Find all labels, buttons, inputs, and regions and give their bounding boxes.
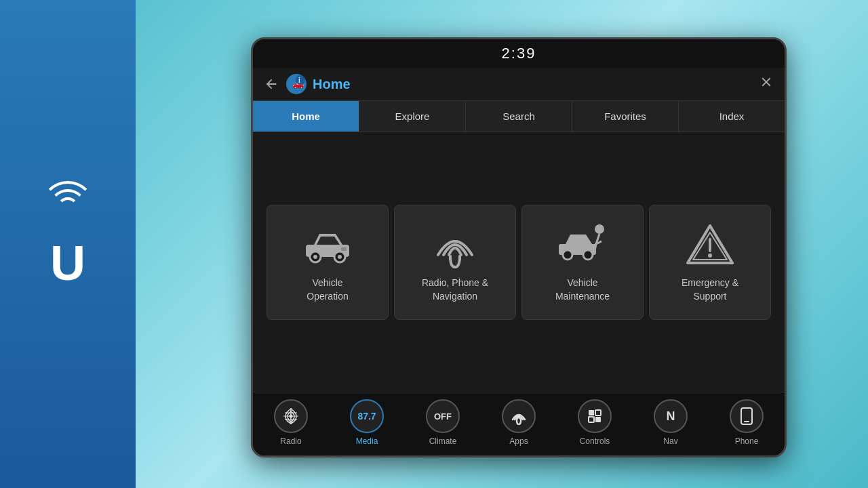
u-letter: U — [50, 239, 85, 287]
svg-point-7 — [313, 255, 317, 259]
uconnect-logo: U — [41, 201, 95, 287]
wifi-signal-icon — [41, 201, 95, 235]
back-button[interactable] — [264, 77, 279, 92]
title-content: 🚗 i Home — [285, 73, 759, 95]
radio-icon — [274, 399, 308, 433]
svg-point-15 — [595, 224, 604, 234]
emergency-support-icon — [683, 221, 737, 268]
feature-grid: VehicleOperation — [267, 205, 771, 320]
nav-label: Nav — [663, 436, 677, 446]
bottom-nav-media[interactable]: 87.7 Media — [350, 399, 384, 446]
bottom-nav-apps[interactable]: Apps — [502, 399, 536, 446]
svg-rect-25 — [589, 410, 594, 415]
left-panel: U — [0, 0, 136, 488]
controls-label: Controls — [580, 436, 610, 446]
tab-home[interactable]: Home — [253, 101, 359, 131]
apps-label: Apps — [509, 436, 528, 446]
svg-point-13 — [563, 250, 572, 260]
bottom-nav-phone[interactable]: Phone — [730, 399, 764, 446]
climate-icon: OFF — [426, 399, 460, 433]
phone-icon — [730, 399, 764, 433]
nav-icon: N — [654, 399, 688, 433]
media-icon: 87.7 — [350, 399, 384, 433]
vehicle-maintenance-icon — [555, 221, 610, 268]
device-frame: 2:39 🚗 i Home Home — [251, 37, 787, 458]
svg-rect-27 — [589, 417, 594, 422]
media-value: 87.7 — [357, 411, 376, 422]
apps-icon — [502, 399, 536, 433]
vehicle-operation-icon — [300, 221, 355, 268]
bottom-nav-nav[interactable]: N Nav — [654, 399, 688, 446]
radio-label: Radio — [280, 436, 301, 446]
svg-rect-28 — [595, 417, 601, 422]
controls-icon — [578, 399, 612, 433]
clock-display: 2:39 — [253, 39, 785, 68]
title-bar: 🚗 i Home — [253, 68, 785, 101]
bottom-nav-radio[interactable]: Radio — [274, 399, 308, 446]
main-content: VehicleOperation — [253, 132, 785, 392]
svg-point-2 — [296, 75, 305, 85]
bottom-nav: Radio 87.7 Media OFF Climate — [253, 392, 785, 455]
close-button[interactable] — [759, 75, 774, 94]
feature-card-vehicle-maintenance[interactable]: VehicleMaintenance — [521, 205, 644, 320]
tab-search[interactable]: Search — [466, 101, 572, 131]
page-title: Home — [313, 77, 351, 92]
svg-text:i: i — [298, 77, 300, 84]
tab-explore[interactable]: Explore — [359, 101, 466, 131]
svg-rect-26 — [595, 410, 601, 415]
svg-rect-9 — [341, 247, 347, 251]
feature-card-emergency-support[interactable]: Emergency &Support — [649, 205, 771, 320]
climate-label: Climate — [429, 436, 457, 446]
tab-favorites[interactable]: Favorites — [572, 101, 679, 131]
nav-tabs: Home Explore Search Favorites Index — [253, 101, 785, 132]
home-info-icon: 🚗 i — [285, 73, 307, 95]
vehicle-maintenance-label: VehicleMaintenance — [555, 277, 610, 303]
media-label: Media — [356, 436, 378, 446]
bottom-nav-climate[interactable]: OFF Climate — [426, 399, 460, 446]
tab-index[interactable]: Index — [679, 101, 785, 131]
vehicle-operation-label: VehicleOperation — [307, 277, 348, 303]
radio-phone-nav-label: Radio, Phone &Navigation — [422, 277, 488, 303]
bottom-nav-controls[interactable]: Controls — [578, 399, 612, 446]
phone-label: Phone — [735, 436, 759, 446]
svg-point-19 — [708, 253, 712, 258]
svg-point-8 — [338, 255, 342, 259]
feature-card-vehicle-operation[interactable]: VehicleOperation — [267, 205, 389, 320]
feature-card-radio-phone-nav[interactable]: Radio, Phone &Navigation — [394, 205, 516, 320]
svg-point-14 — [583, 250, 593, 260]
radio-phone-nav-icon — [428, 221, 482, 268]
emergency-support-label: Emergency &Support — [682, 277, 738, 303]
